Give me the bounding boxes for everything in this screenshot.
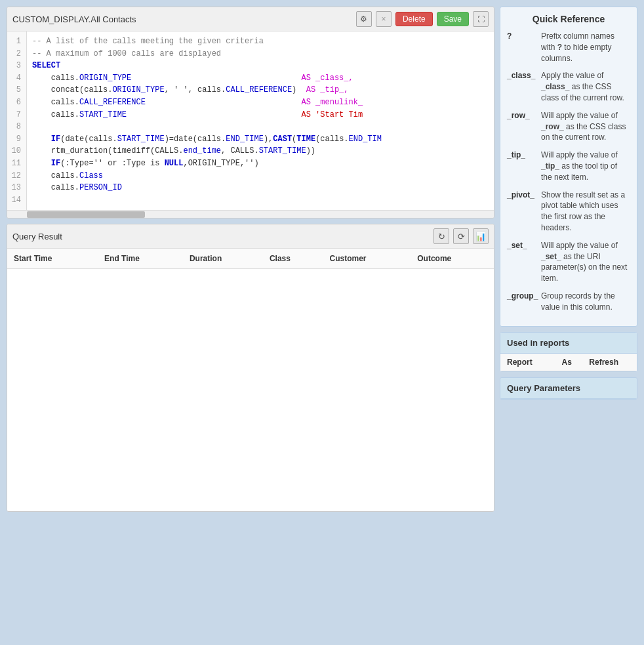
scrollbar-thumb bbox=[27, 211, 145, 218]
right-panel: Quick Reference ? Prefix column names wi… bbox=[500, 7, 637, 512]
code-content[interactable]: -- A list of the calls meeting the given… bbox=[27, 31, 494, 210]
used-reports-section: Used in reports Report As Refresh bbox=[500, 332, 637, 372]
line-numbers: 12345 678910 11121314 bbox=[7, 31, 27, 210]
col-customer: Customer bbox=[323, 249, 411, 269]
close-button[interactable]: × bbox=[376, 11, 392, 27]
code-area[interactable]: 12345 678910 11121314 -- A list of the c… bbox=[7, 31, 494, 210]
query-parameters-title: Query Parameters bbox=[500, 378, 637, 399]
ref-key-class: _class_ bbox=[507, 70, 541, 103]
result-body: Start Time End Time Duration Class Custo… bbox=[7, 249, 494, 511]
result-title: Query Result bbox=[12, 232, 430, 241]
main-container: CUSTOM_DISPLAY.All Contacts ⚙ × Delete S… bbox=[7, 7, 637, 512]
col-end-time: End Time bbox=[98, 249, 183, 269]
refresh-result-button[interactable]: ↻ bbox=[433, 228, 449, 244]
col-outcome: Outcome bbox=[411, 249, 494, 269]
col-class: Class bbox=[263, 249, 323, 269]
ref-key-question: ? bbox=[507, 31, 541, 64]
reports-col-refresh: Refresh bbox=[589, 358, 630, 367]
ref-key-tip: _tip_ bbox=[507, 150, 541, 182]
reports-col-report: Report bbox=[507, 358, 562, 367]
ref-key-row: _row_ bbox=[507, 110, 541, 143]
ref-item-pivot: _pivot_ Show the result set as a pivot t… bbox=[507, 190, 630, 234]
reports-col-as: As bbox=[562, 358, 590, 367]
editor-header: CUSTOM_DISPLAY.All Contacts ⚙ × Delete S… bbox=[7, 7, 494, 31]
ref-desc-pivot: Show the result set as a pivot table whi… bbox=[541, 190, 630, 234]
quick-reference-title: Quick Reference bbox=[507, 14, 630, 24]
result-table: Start Time End Time Duration Class Custo… bbox=[7, 249, 494, 269]
result-section: Query Result ↻ ⟳ 📊 Start Time End Time D… bbox=[7, 224, 494, 512]
result-header: Query Result ↻ ⟳ 📊 bbox=[7, 224, 494, 249]
horizontal-scrollbar[interactable] bbox=[7, 210, 494, 218]
editor-title: CUSTOM_DISPLAY.All Contacts bbox=[12, 14, 352, 24]
left-panel: CUSTOM_DISPLAY.All Contacts ⚙ × Delete S… bbox=[7, 7, 494, 512]
reload-result-button[interactable]: ⟳ bbox=[453, 228, 469, 244]
col-duration: Duration bbox=[183, 249, 263, 269]
ref-item-class: _class_ Apply the value of _class_ as th… bbox=[507, 70, 630, 103]
ref-key-group: _group_ bbox=[507, 291, 541, 313]
ref-desc-class: Apply the value of _class_ as the CSS cl… bbox=[541, 70, 630, 103]
editor-section: CUSTOM_DISPLAY.All Contacts ⚙ × Delete S… bbox=[7, 7, 494, 218]
fullscreen-button[interactable]: ⛶ bbox=[473, 11, 489, 27]
settings-button[interactable]: ⚙ bbox=[356, 11, 372, 27]
ref-item-tip: _tip_ Will apply the value of _tip_ as t… bbox=[507, 150, 630, 182]
delete-button[interactable]: Delete bbox=[395, 12, 433, 26]
col-start-time: Start Time bbox=[7, 249, 98, 269]
ref-key-set: _set_ bbox=[507, 240, 541, 284]
save-button[interactable]: Save bbox=[437, 12, 469, 26]
quick-reference-section: Quick Reference ? Prefix column names wi… bbox=[500, 7, 637, 327]
ref-item-row: _row_ Will apply the value of _row_ as t… bbox=[507, 110, 630, 143]
ref-item-set: _set_ Will apply the value of _set_ as t… bbox=[507, 240, 630, 284]
ref-key-pivot: _pivot_ bbox=[507, 190, 541, 234]
query-parameters-section: Query Parameters bbox=[500, 377, 637, 400]
ref-desc-set: Will apply the value of _set_ as the URI… bbox=[541, 240, 630, 284]
used-reports-title: Used in reports bbox=[500, 333, 637, 354]
ref-desc-group: Group records by the value in this colum… bbox=[541, 291, 630, 313]
chart-button[interactable]: 📊 bbox=[473, 228, 489, 244]
ref-desc-tip: Will apply the value of _tip_ as the too… bbox=[541, 150, 630, 182]
ref-desc-question: Prefix column names with ? to hide empty… bbox=[541, 31, 630, 64]
code-editor: 12345 678910 11121314 -- A list of the c… bbox=[7, 31, 494, 218]
ref-desc-row: Will apply the value of _row_ as the CSS… bbox=[541, 110, 630, 143]
ref-item-question: ? Prefix column names with ? to hide emp… bbox=[507, 31, 630, 64]
ref-item-group: _group_ Group records by the value in th… bbox=[507, 291, 630, 313]
reports-table-header: Report As Refresh bbox=[500, 354, 637, 371]
